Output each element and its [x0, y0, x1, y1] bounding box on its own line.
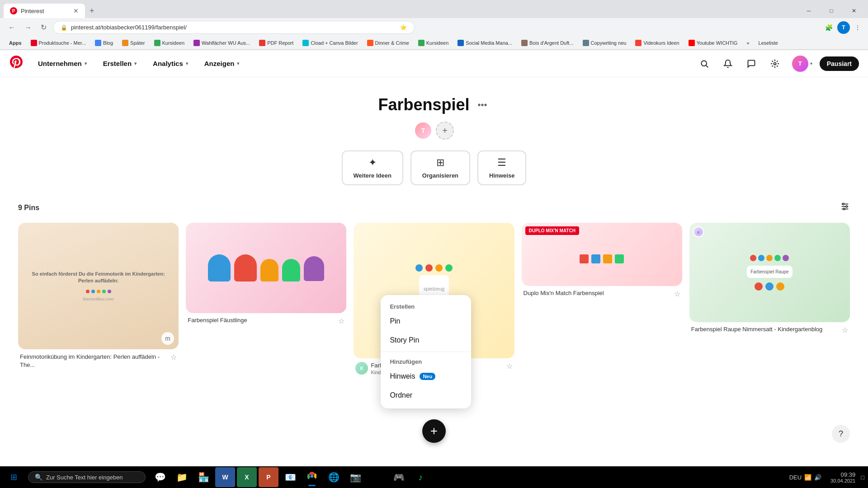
minimize-btn[interactable]: ─	[798, 4, 819, 18]
pin-card-2[interactable]: Farbenspiel Fäustlinge ☆	[186, 223, 346, 375]
organisieren-btn[interactable]: ⊞ Organisieren	[410, 150, 470, 185]
pin-image-4: DUPLO MIX'N MATCH	[522, 223, 682, 286]
dropdown-pin-item[interactable]: Pin	[381, 312, 471, 331]
bookmark-canva[interactable]: Cload + Canva Bilder	[299, 38, 361, 47]
pin-star-btn-3[interactable]: ☆	[506, 362, 513, 371]
bookmark-dinner[interactable]: Dinner & Crime	[363, 38, 413, 47]
weitere-ideen-btn[interactable]: ✦ Weitere Ideen	[342, 150, 403, 185]
chevron-down-icon-3: ▾	[186, 61, 188, 66]
profile-btn[interactable]: T	[837, 21, 850, 34]
browser-menu-btn[interactable]: ⋮	[853, 22, 863, 33]
pin-star-btn-4[interactable]: ☆	[674, 290, 680, 298]
board-avatars: T +	[9, 122, 859, 140]
messages-btn[interactable]	[741, 54, 761, 74]
nav-item-unternehmen[interactable]: Unternehmen ▾	[31, 55, 94, 72]
taskbar-app-spotify[interactable]: ♪	[410, 467, 430, 487]
taskbar-app-word[interactable]: W	[215, 467, 235, 487]
pinterest-logo[interactable]	[9, 55, 24, 72]
bookmark-youtube[interactable]: Youtube WICHTIG	[685, 38, 741, 47]
pin-card-4[interactable]: DUPLO MIX'N MATCH Duplo Mix'n Match Farb…	[522, 223, 682, 375]
powerpoint-icon: P	[266, 474, 270, 481]
bookmark-leseliste[interactable]: Leseliste	[755, 39, 782, 47]
pin-card-3[interactable]: spielzeug Erstellen Pin	[354, 223, 514, 375]
notification-icon[interactable]: □	[861, 474, 864, 481]
pin-star-btn-1[interactable]: ☆	[170, 353, 177, 361]
bookmark-apps[interactable]: Apps	[5, 39, 25, 47]
nav-item-analytics[interactable]: Analytics ▾	[146, 55, 195, 72]
bookmark-blog[interactable]: Blog	[91, 38, 117, 47]
dropdown-story-pin-item[interactable]: Story Pin	[381, 331, 471, 350]
taskbar-app-store[interactable]: 🏪	[193, 467, 213, 487]
back-btn[interactable]: ←	[5, 22, 18, 33]
bookmarks-bar: Apps Produktsuche - Mer... Blog Später K…	[0, 37, 868, 50]
tab-close-btn[interactable]: ✕	[73, 7, 79, 14]
taskbar-app-store2[interactable]: 🖥	[367, 467, 387, 487]
pins-grid: So einfach förderst Du die Feinmotorik i…	[18, 223, 850, 375]
svg-point-9	[311, 474, 314, 478]
bookmark-social[interactable]: Social Media Mana...	[454, 38, 516, 47]
bookmark-kursideen1[interactable]: Kursideen	[151, 38, 189, 47]
add-collaborator-btn[interactable]: +	[436, 122, 454, 140]
bookmark-more[interactable]: »	[743, 39, 753, 47]
pin-card-5[interactable]: Farbenspiel Raupe μ Farbenspiel Raupe Ni…	[689, 223, 850, 375]
bookmark-kursideen2[interactable]: Kursideen	[415, 38, 453, 47]
taskbar-app-excel[interactable]: X	[237, 467, 257, 487]
active-tab[interactable]: P Pinterest ✕	[4, 4, 85, 18]
start-btn[interactable]: ⊞	[4, 467, 24, 487]
nav-item-erstellen[interactable]: Erstellen ▾	[96, 55, 144, 72]
pin-star-btn-2[interactable]: ☆	[338, 317, 344, 325]
bell-btn[interactable]	[765, 54, 785, 74]
bookmark-spaeter[interactable]: Später	[118, 38, 148, 47]
pin-author-avatar-1: m	[161, 332, 174, 345]
taskbar-app-cortana[interactable]: 💬	[150, 467, 170, 487]
taskbar-app-game[interactable]: 🎮	[389, 467, 409, 487]
reload-btn[interactable]: ↻	[38, 21, 49, 33]
filter-btn[interactable]	[840, 202, 850, 214]
pins-section: 9 Pins So einfach förders	[0, 202, 868, 375]
dropdown-hinweis-item[interactable]: Hinweis Neu	[381, 367, 471, 386]
close-btn[interactable]: ✕	[844, 4, 864, 18]
search-btn[interactable]	[694, 54, 714, 74]
bookmark-bois[interactable]: Bois d'Argent Duft...	[518, 38, 577, 47]
bookmark-copywriting[interactable]: Copywriting neu	[579, 38, 630, 47]
nav-menu: Unternehmen ▾ Erstellen ▾ Analytics ▾ An…	[31, 55, 246, 72]
ordner-label: Ordner	[390, 391, 412, 399]
bookmark-produktsuche[interactable]: Produktsuche - Mer...	[27, 38, 90, 47]
pin-info-1: Feinmotorikübung im Kindergarten: Perlen…	[18, 353, 179, 369]
sparkle-icon: ✦	[368, 157, 377, 169]
bookmark-videokurs[interactable]: Videokurs Ideen	[632, 38, 683, 47]
floating-add-btn[interactable]: +	[422, 419, 446, 443]
taskbar-search[interactable]: 🔍 Zur Suche Text hier eingeben	[28, 471, 146, 483]
chevron-down-icon-2: ▾	[134, 61, 137, 66]
extensions-btn[interactable]: 🧩	[823, 22, 835, 33]
dropdown-divider	[381, 352, 471, 352]
taskbar-app-files[interactable]: 📁	[172, 467, 192, 487]
pinterest-app: Unternehmen ▾ Erstellen ▾ Analytics ▾ An…	[0, 50, 868, 484]
forward-btn[interactable]: →	[22, 22, 34, 33]
taskbar-clock[interactable]: 09:39 30.04.2021	[827, 471, 859, 483]
bookmark-wahlfaecher[interactable]: Wahlfächer WU Aus...	[190, 38, 254, 47]
taskbar-app-powerpoint[interactable]: P	[259, 467, 278, 487]
taskbar-app-chrome[interactable]	[302, 467, 322, 487]
account-btn[interactable]: T ▾	[788, 54, 816, 74]
pin-card-1[interactable]: So einfach förderst Du die Feinmotorik i…	[18, 223, 179, 375]
help-btn[interactable]: ?	[832, 425, 850, 443]
taskbar-time-display: 09:39	[830, 471, 855, 478]
hinweise-btn[interactable]: ☰ Hinweise	[477, 150, 526, 185]
taskbar-app-edge[interactable]: 🌐	[324, 467, 344, 487]
svg-line-1	[706, 65, 708, 67]
question-mark-icon: ?	[839, 429, 843, 439]
taskbar-app-outlook[interactable]: 📧	[280, 467, 300, 487]
notifications-btn[interactable]	[718, 54, 738, 74]
url-bar[interactable]: 🔒 pinterest.at/tobiasbecker061199/farben…	[53, 21, 415, 34]
pin-star-btn-5[interactable]: ☆	[842, 326, 848, 334]
bookmark-pdf[interactable]: PDF Report	[255, 38, 297, 47]
dropdown-ordner-item[interactable]: Ordner	[381, 386, 471, 405]
nav-item-anzeigen[interactable]: Anzeigen ▾	[197, 55, 247, 72]
board-menu-btn[interactable]: •••	[475, 97, 490, 113]
neu-badge: Neu	[420, 373, 435, 380]
new-tab-btn[interactable]: +	[86, 5, 98, 18]
board-owner-avatar[interactable]: T	[414, 122, 432, 140]
maximize-btn[interactable]: □	[821, 4, 842, 18]
taskbar-app-photos[interactable]: 📷	[345, 467, 365, 487]
